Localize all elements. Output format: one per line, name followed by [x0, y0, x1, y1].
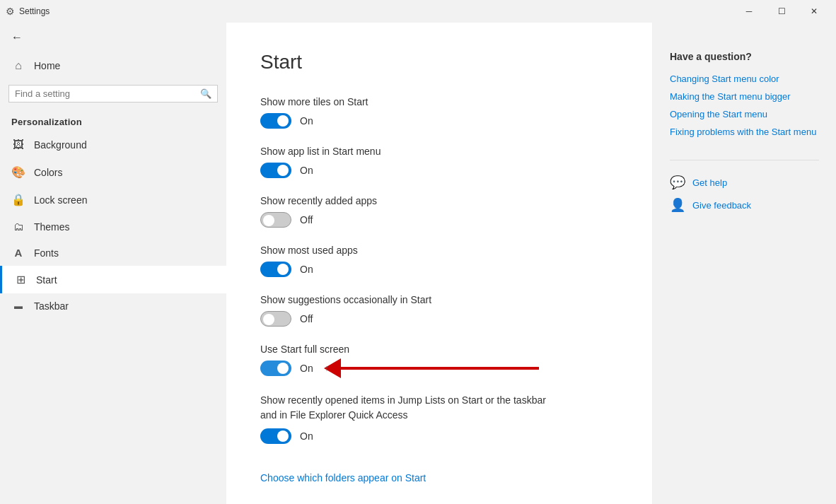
toggle-thumb-jump-lists — [277, 430, 289, 442]
nav-label-fonts: Fonts — [34, 247, 59, 259]
toggle-row-full-screen: On ↑ — [260, 361, 618, 376]
setting-label-jump-lists: Show recently opened items in Jump Lists… — [260, 393, 614, 423]
help-links: Changing Start menu color Making the Sta… — [670, 74, 819, 137]
setting-app-list: Show app list in Start menu On — [260, 146, 618, 178]
help-link-fix-menu[interactable]: Fixing problems with the Start menu — [670, 127, 819, 137]
toggle-state-jump-lists: On — [300, 430, 313, 442]
home-label: Home — [34, 60, 60, 71]
toggle-row-suggestions: Off — [260, 311, 618, 327]
sidebar-item-colors[interactable]: 🎨 Colors — [0, 158, 226, 186]
sidebar: ← ⌂ Home 🔍 Personalization 🖼 Background … — [0, 23, 226, 504]
setting-more-tiles: Show more tiles on Start On — [260, 96, 618, 129]
back-arrow-icon: ← — [11, 31, 23, 44]
setting-full-screen: Use Start full screen On ↑ — [260, 344, 618, 376]
toggle-state-full-screen: On — [300, 363, 313, 374]
setting-jump-lists: Show recently opened items in Jump Lists… — [260, 393, 618, 444]
toggle-row-more-tiles: On — [260, 113, 618, 129]
nav-label-background: Background — [34, 139, 87, 151]
toggle-row-most-used: On — [260, 262, 618, 277]
help-link-change-color[interactable]: Changing Start menu color — [670, 74, 819, 84]
help-link-bigger-menu[interactable]: Making the Start menu bigger — [670, 91, 819, 102]
toggle-state-most-used: On — [300, 264, 313, 275]
titlebar-title: Settings — [19, 6, 733, 16]
cursor-indicator: ↑ — [325, 363, 329, 373]
toggle-suggestions[interactable] — [260, 311, 291, 327]
nav-label-start: Start — [36, 274, 57, 286]
nav-label-themes: Themes — [34, 221, 70, 233]
page-title: Start — [260, 51, 618, 74]
background-icon: 🖼 — [11, 139, 25, 151]
themes-icon: 🗂 — [11, 221, 25, 233]
arrow-container: On ↑ — [260, 361, 618, 376]
lock-icon: 🔒 — [11, 193, 25, 206]
home-icon: ⌂ — [11, 59, 25, 72]
get-help-link[interactable]: Get help — [692, 177, 727, 188]
fonts-icon: A — [11, 247, 25, 259]
sidebar-item-home[interactable]: ⌂ Home — [0, 52, 226, 79]
sidebar-item-background[interactable]: 🖼 Background — [0, 131, 226, 158]
search-input[interactable] — [15, 88, 200, 99]
toggle-thumb-suggestions — [263, 314, 274, 325]
toggle-state-recently-added: Off — [300, 214, 313, 225]
toggle-full-screen[interactable] — [260, 361, 291, 376]
give-feedback-link[interactable]: Give feedback — [692, 200, 751, 211]
choose-folders-link[interactable]: Choose which folders appear on Start — [260, 472, 426, 484]
setting-label-app-list: Show app list in Start menu — [260, 146, 618, 157]
toggle-thumb-more-tiles — [277, 115, 289, 127]
setting-suggestions: Show suggestions occasionally in Start O… — [260, 294, 618, 327]
help-divider — [670, 160, 819, 160]
toggle-thumb-recently-added — [263, 215, 274, 226]
sidebar-item-lock-screen[interactable]: 🔒 Lock screen — [0, 186, 226, 213]
setting-label-full-screen: Use Start full screen — [260, 344, 618, 355]
sidebar-item-start[interactable]: ⊞ Start — [0, 266, 226, 293]
toggle-row-app-list: On — [260, 163, 618, 178]
give-feedback-icon: 👤 — [670, 197, 685, 213]
minimize-button[interactable]: ─ — [733, 0, 765, 23]
search-box[interactable]: 🔍 — [8, 85, 218, 102]
toggle-state-more-tiles: On — [300, 115, 313, 127]
toggle-state-suggestions: Off — [300, 313, 313, 324]
main-content: Start Show more tiles on Start On Show a… — [226, 23, 652, 504]
toggle-state-app-list: On — [300, 165, 313, 176]
setting-label-recently-added: Show recently added apps — [260, 195, 618, 206]
help-link-opening-menu[interactable]: Opening the Start menu — [670, 109, 819, 119]
get-help-icon: 💬 — [670, 175, 685, 190]
nav-label-lock: Lock screen — [34, 194, 87, 206]
toggle-app-list[interactable] — [260, 163, 291, 178]
toggle-row-recently-added: Off — [260, 212, 618, 228]
section-title: Personalization — [0, 108, 226, 131]
setting-label-suggestions: Show suggestions occasionally in Start — [260, 294, 618, 305]
toggle-thumb-full-screen — [277, 363, 289, 374]
back-button[interactable]: ← — [0, 23, 226, 52]
titlebar: ⚙ Settings ─ ☐ ✕ — [0, 0, 836, 23]
toggle-recently-added[interactable] — [260, 212, 291, 228]
toggle-jump-lists[interactable] — [260, 428, 291, 444]
setting-label-most-used: Show most used apps — [260, 245, 618, 256]
sidebar-item-themes[interactable]: 🗂 Themes — [0, 213, 226, 240]
setting-label-more-tiles: Show more tiles on Start — [260, 96, 618, 107]
toggle-thumb-most-used — [277, 264, 289, 275]
setting-recently-added: Show recently added apps Off — [260, 195, 618, 228]
sidebar-item-taskbar[interactable]: ▬ Taskbar — [0, 293, 226, 319]
settings-icon: ⚙ — [6, 6, 15, 17]
search-icon: 🔍 — [200, 88, 211, 99]
close-button[interactable]: ✕ — [798, 0, 830, 23]
window-controls: ─ ☐ ✕ — [733, 0, 830, 23]
nav-label-taskbar: Taskbar — [34, 300, 69, 312]
nav-label-colors: Colors — [34, 167, 62, 178]
right-panel: Have a question? Changing Start menu col… — [652, 23, 836, 504]
sidebar-item-fonts[interactable]: A Fonts — [0, 240, 226, 266]
colors-icon: 🎨 — [11, 165, 25, 179]
support-item-give-feedback: 👤 Give feedback — [670, 197, 819, 213]
setting-most-used: Show most used apps On — [260, 245, 618, 277]
toggle-most-used[interactable] — [260, 262, 291, 277]
toggle-more-tiles[interactable] — [260, 113, 291, 129]
help-title: Have a question? — [670, 51, 819, 62]
support-item-get-help: 💬 Get help — [670, 175, 819, 190]
start-icon: ⊞ — [13, 273, 28, 286]
toggle-thumb-app-list — [277, 165, 289, 176]
maximize-button[interactable]: ☐ — [765, 0, 798, 23]
taskbar-icon: ▬ — [11, 301, 25, 311]
app-body: ← ⌂ Home 🔍 Personalization 🖼 Background … — [0, 23, 836, 504]
toggle-row-jump-lists: On — [260, 428, 618, 444]
